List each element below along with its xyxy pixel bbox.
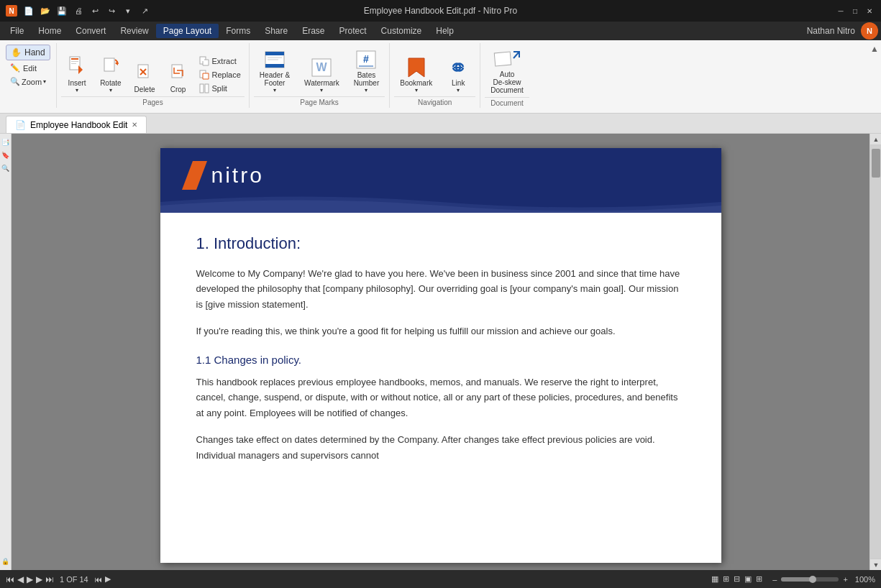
bookmark-icon [405,56,428,79]
pdf-para1: Welcome to My Company! We're glad to hav… [196,266,685,312]
svg-rect-1 [71,58,78,60]
extract-label: Extract [212,57,237,65]
first-page-button[interactable]: ⏮ [6,574,14,584]
document-label: Document [485,97,529,107]
title-bar-left: N 📄 📂 💾 🖨 ↩ ↪ ▾ ↗ [6,4,152,18]
header-wave [160,191,721,213]
qa-open-btn[interactable]: 📂 [38,4,53,18]
auto-deskew-label: AutoDe-skewDocument [490,70,524,94]
qa-new-btn[interactable]: 📄 [22,4,36,18]
edit-tool-button[interactable]: ✏️ Edit [6,62,50,74]
auto-deskew-button[interactable]: AutoDe-skewDocument [485,45,529,97]
zoom-tool-button[interactable]: 🔍 Zoom ▾ [6,75,50,88]
hand-icon: ✋ [11,47,22,58]
pdf-heading1: 1. Introduction: [196,234,685,253]
minimize-button[interactable]: ─ [835,5,846,17]
split-label: Split [212,84,227,93]
view-icon-1[interactable]: ▦ [711,574,718,584]
svg-marker-4 [78,65,83,74]
zoom-out-button[interactable]: – [772,575,777,584]
prev-page-button[interactable]: ◀ [17,574,24,584]
zoom-slider[interactable] [781,577,839,582]
view-icon-3[interactable]: ⊟ [734,574,740,584]
scroll-track[interactable] [870,145,881,559]
document-tab[interactable]: 📄 Employee Handbook Edit ✕ [6,116,147,133]
menu-review[interactable]: Review [113,24,155,38]
pdf-para4: Changes take effect on dates determined … [196,432,685,463]
user-avatar[interactable]: N [861,22,878,40]
sidebar-lock-icon[interactable]: 🔒 [1,557,10,566]
menu-protect[interactable]: Protect [332,24,374,38]
bates-number-label: BatesNumber [354,71,380,87]
zoom-slider-thumb[interactable] [809,576,816,583]
page-marks-label: Page Marks [254,96,385,106]
view-icon-4[interactable]: ▣ [744,574,752,584]
qa-redo-btn[interactable]: ↪ [104,4,119,18]
zoom-in-button[interactable]: + [843,575,847,584]
bookmark-button[interactable]: Bookmark ▾ [394,53,438,96]
sidebar-pages-icon[interactable]: 📑 [1,138,10,147]
svg-rect-14 [205,84,209,93]
extract-button[interactable]: Extract [196,55,245,68]
menu-help[interactable]: Help [429,24,461,38]
menu-convert[interactable]: Convert [68,24,113,38]
maximize-button[interactable]: □ [849,5,861,17]
scroll-up-button[interactable]: ▲ [870,134,881,145]
bates-icon: # [355,48,378,71]
sidebar-search-icon[interactable]: 🔍 [1,164,10,173]
quick-access-toolbar: 📄 📂 💾 🖨 ↩ ↪ ▾ ↗ [22,4,152,18]
menu-bar: File Home Convert Review Page Layout For… [0,22,881,40]
close-button[interactable]: ✕ [864,5,875,17]
tool-section: ✋ Hand ✏️ Edit 🔍 Zoom ▾ [3,43,57,108]
menu-share[interactable]: Share [257,24,295,38]
menu-customize[interactable]: Customize [374,24,429,38]
last-page-button[interactable]: ⏭ [45,574,54,584]
rotate-button[interactable]: Rotate ▾ [94,52,127,96]
link-button[interactable]: Link ▾ [441,53,475,96]
next-page-button[interactable]: ▶ [36,574,42,584]
replace-button[interactable]: Replace [196,68,245,81]
nitro-logo-text: nitro [211,163,264,188]
window-controls: ─ □ ✕ [835,5,875,17]
scroll-thumb[interactable] [872,149,880,178]
delete-button[interactable]: Delete [129,59,161,96]
ribbon-collapse-button[interactable]: ▲ [869,42,880,56]
navigation-group: Bookmark ▾ Link ▾ Navigation [390,43,480,108]
watermark-button[interactable]: W Watermark ▾ [298,53,345,96]
sidebar-bookmarks-icon[interactable]: 🔖 [1,151,10,160]
menu-file[interactable]: File [3,24,31,38]
insert-icon [67,55,87,78]
qa-more-btn[interactable]: ▾ [121,4,135,18]
crop-button[interactable]: Crop [163,59,194,96]
qa-print-btn[interactable]: 🖨 [71,4,86,18]
menu-home[interactable]: Home [31,24,68,38]
bookmark-dropdown: ▾ [415,87,418,93]
hand-tool-button[interactable]: ✋ Hand [6,45,50,60]
split-button[interactable]: Split [196,82,245,95]
navigation-label: Navigation [394,96,475,106]
play-media-button[interactable]: ▶ [105,574,111,584]
tab-close-button[interactable]: ✕ [132,121,137,129]
menu-page-layout[interactable]: Page Layout [156,24,219,38]
menu-forms[interactable]: Forms [219,24,257,38]
scroll-down-button[interactable]: ▼ [870,559,881,570]
zoom-slider-fill [781,577,813,582]
view-icon-5[interactable]: ⊞ [756,574,762,584]
rewind-button[interactable]: ⏮ [94,575,102,584]
menu-erase[interactable]: Erase [295,24,332,38]
watermark-dropdown: ▾ [320,87,323,93]
pdf-heading2: 1.1 Changes in policy. [196,354,685,366]
main-layout: 📑 🔖 🔍 🔒 nitro [0,134,881,570]
view-icon-2[interactable]: ⊞ [723,574,729,584]
insert-button[interactable]: Insert ▾ [61,52,93,96]
play-button[interactable]: ▶ [27,574,33,584]
link-dropdown: ▾ [457,87,460,93]
scrollbar-vertical[interactable]: ▲ ▼ [869,134,881,570]
app-icon: N [6,5,17,17]
qa-undo-btn[interactable]: ↩ [88,4,102,18]
svg-rect-5 [104,58,114,71]
qa-save-btn[interactable]: 💾 [55,4,69,18]
header-footer-button[interactable]: Header &Footer ▾ [254,45,296,96]
bates-number-button[interactable]: # BatesNumber ▾ [348,45,385,96]
window-title: Employee Handbook Edit.pdf - Nitro Pro [364,6,517,16]
